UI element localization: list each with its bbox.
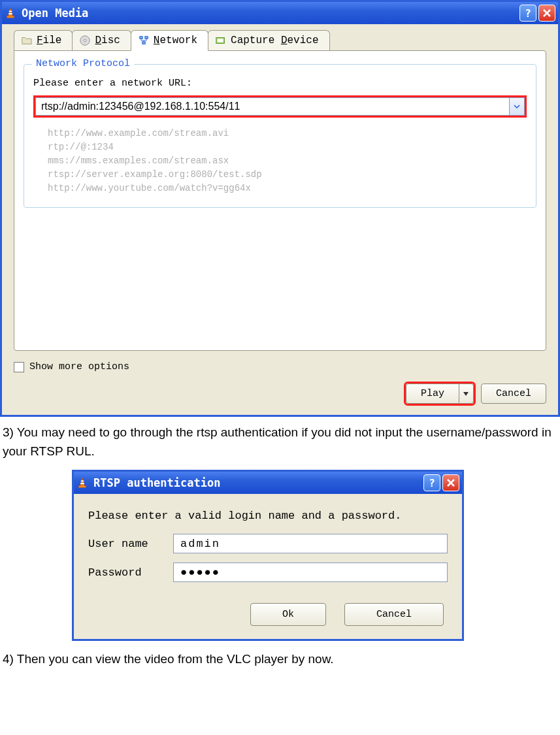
tab-disc[interactable]: Disc: [72, 30, 131, 50]
svg-rect-1: [9, 10, 12, 12]
close-button[interactable]: [538, 5, 555, 22]
network-icon: [138, 35, 150, 46]
svg-marker-11: [463, 392, 469, 396]
auth-body: Please enter a valid login name and a pa…: [74, 494, 462, 639]
svg-rect-15: [79, 486, 86, 488]
svg-marker-12: [80, 478, 84, 487]
auth-titlebar[interactable]: RTSP authentication ?: [74, 472, 462, 494]
svg-rect-3: [7, 16, 14, 18]
open-media-window: Open Media ? File Disc: [0, 0, 560, 417]
titlebar[interactable]: Open Media ?: [2, 2, 558, 24]
auth-title: RTSP authentication: [93, 476, 220, 489]
url-label: Please enter a network URL:: [33, 78, 527, 89]
network-protocol-fieldset: Network Protocol Please enter a network …: [24, 64, 536, 208]
tab-capture-label: Capture Device: [231, 35, 318, 46]
tab-disc-label: isc: [101, 35, 120, 46]
ok-button[interactable]: Ok: [250, 603, 326, 626]
url-examples: http://www.example.com/stream.avi rtp://…: [48, 127, 527, 195]
vlc-cone-icon: [76, 477, 88, 489]
step4-text: 4) Then you can view the video from the …: [3, 650, 557, 669]
tab-bar: File Disc Network Capture Device: [2, 24, 558, 50]
tab-content: Network Protocol Please enter a network …: [14, 50, 546, 351]
disc-icon: [79, 35, 91, 46]
tab-capture[interactable]: Capture Device: [208, 30, 329, 50]
window-title: Open Media: [22, 7, 88, 20]
svg-rect-2: [8, 13, 12, 14]
auth-close-button[interactable]: [442, 474, 459, 491]
url-dropdown-button[interactable]: [509, 97, 525, 116]
chevron-down-icon: [463, 392, 469, 396]
svg-rect-14: [80, 483, 84, 484]
vlc-cone-icon: [5, 7, 16, 19]
url-input[interactable]: [35, 97, 509, 116]
tab-network[interactable]: Network: [131, 30, 208, 51]
chevron-down-icon: [514, 105, 520, 108]
show-more-checkbox[interactable]: [14, 362, 24, 372]
url-combo: [33, 95, 527, 118]
auth-help-button[interactable]: ?: [423, 474, 440, 491]
dialog-buttons: Play Cancel: [2, 382, 558, 415]
svg-rect-10: [218, 39, 223, 42]
close-icon: [542, 8, 552, 18]
username-label: User name: [88, 538, 173, 550]
help-button[interactable]: ?: [519, 5, 536, 22]
svg-point-5: [84, 39, 87, 42]
play-dropdown-button[interactable]: [459, 384, 474, 404]
show-more-row: Show more options: [2, 357, 558, 382]
username-input[interactable]: admin: [173, 534, 448, 553]
password-input[interactable]: ●●●●●: [173, 563, 448, 582]
step3-text: 3) You may need to go through the rtsp a…: [3, 423, 557, 461]
svg-marker-0: [8, 8, 12, 17]
svg-rect-7: [145, 37, 148, 39]
fieldset-legend: Network Protocol: [32, 58, 134, 69]
play-button[interactable]: Play: [406, 384, 459, 404]
tab-network-label: etwork: [159, 35, 197, 46]
tab-file-label: ile: [43, 35, 62, 46]
svg-rect-8: [142, 42, 146, 44]
svg-rect-6: [140, 37, 143, 39]
rtsp-auth-window: RTSP authentication ? Please enter a val…: [72, 470, 464, 641]
close-icon: [446, 478, 455, 487]
play-split-button: Play: [404, 382, 476, 406]
auth-cancel-button[interactable]: Cancel: [344, 603, 444, 626]
capture-icon: [215, 35, 227, 46]
folder-icon: [21, 35, 33, 46]
password-label: Password: [88, 566, 173, 579]
auth-prompt: Please enter a valid login name and a pa…: [88, 510, 448, 522]
show-more-label: Show more options: [29, 361, 129, 372]
tab-file[interactable]: File: [14, 30, 73, 50]
svg-rect-13: [81, 480, 84, 482]
cancel-button[interactable]: Cancel: [481, 384, 546, 404]
